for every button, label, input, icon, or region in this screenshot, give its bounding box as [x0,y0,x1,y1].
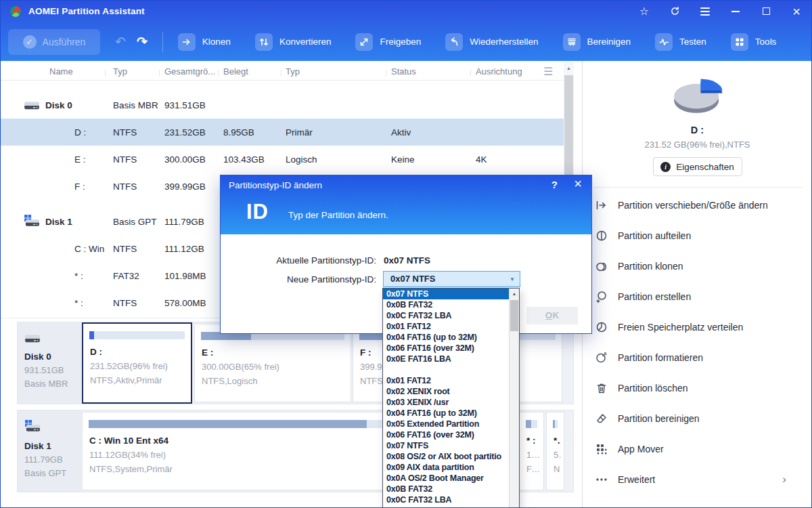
dropdown-item-0x0b-fat32[interactable]: 0x0B FAT32 [383,484,509,494]
partition-block-[interactable]: * :101....FAT... [519,412,544,490]
toolbar-button-freigeben[interactable]: Freigeben [355,33,421,51]
dropdown-item-0x08-os-2-or-aix-boot-partitio[interactable]: 0x08 OS/2 or AIX boot partitio [383,451,509,462]
wipe-icon [595,412,608,425]
row-name-cell: F : [0,182,105,192]
sidebar-item-freien-speicherplatz-verteilen[interactable]: Freien Speicherplatz verteilen [583,312,812,342]
row-typ-cell: NTFS [105,298,159,308]
dropdown-item-0x07-ntfs[interactable]: 0x07 NTFS [383,440,509,451]
app-logo-icon [9,5,22,18]
sidebar-item-app-mover[interactable]: App Mover [583,433,812,464]
favorite-star-icon[interactable] [638,5,650,18]
ok-button[interactable]: OK [526,307,578,324]
toolbar-button-klonen[interactable]: Klonen [178,33,231,51]
dropdown-item-0x03-xenix-usr[interactable]: 0x03 XENIX /usr [383,397,509,408]
dropdown-item-0x04-fat16-up-to-32m[interactable]: 0x04 FAT16 (up to 32M) [383,408,509,419]
row-name-cell: D : [0,127,105,137]
scroll-up-icon[interactable] [564,62,574,74]
sidebar-item-label: Partition löschen [618,383,688,394]
current-type-label: Aktuelle Partitionstyp-ID: [221,255,376,266]
dropdown-scroll-up-icon[interactable] [510,289,519,299]
dropdown-item-0x0a-os-2-boot-manager[interactable]: 0x0A OS/2 Boot Manager [383,473,509,484]
disk-info-disk-0[interactable]: Disk 0931.51GBBasis MBR [18,322,81,404]
apply-button[interactable]: Ausführen [8,29,100,55]
refresh-icon[interactable] [669,5,681,18]
close-button[interactable] [790,5,803,18]
sidebar-item-partition-aufteilen[interactable]: Partition aufteilen [583,220,812,251]
sidebar-item-partition-bereinigen[interactable]: Partition bereinigen [583,403,812,433]
dropdown-item-0x0e-fat16-lba[interactable]: 0x0E FAT16 LBA [383,354,509,364]
dropdown-item-0x0c-fat32-lba[interactable]: 0x0C FAT32 LBA [383,494,509,505]
row-size-cell: 101.98MB [159,271,218,281]
partition-filesystem: NTFS,Aktiv,Primär [90,375,188,385]
dropdown-item-0x04-fat16-up-to-32m[interactable]: 0x04 FAT16 (up to 32M) [383,332,509,343]
dropdown-item-0x0c-fat32-lba[interactable]: 0x0C FAT32 LBA [383,310,509,321]
column-header-typ: Typ [281,66,386,77]
sidebar-item-erweitert[interactable]: Erweitert› [583,464,812,494]
disk-info-disk-1[interactable]: Disk 1111.79GBBasis GPT [18,410,81,492]
sidebar-item-label: Partition formatieren [618,352,703,363]
table-row-e[interactable]: E :NTFS300.00GB103.43GBLogischKeine4K [0,146,564,173]
table-row-d[interactable]: D :NTFS231.52GB8.95GBPrimärAktiv [0,119,564,146]
dropdown-item-0x01-fat12[interactable]: 0x01 FAT12 [383,375,509,386]
sidebar-item-partition-formatieren[interactable]: Partition formatieren [583,342,812,373]
partition-usage-fill [89,420,367,428]
toolbar-button-tools[interactable]: Tools [731,33,777,51]
sidebar-item-partition-verschieben-gr-e-ndern[interactable]: Partition verschieben/Größe ändern [583,190,812,220]
toolbar-separator [162,32,163,52]
partition-block-d[interactable]: D :231.52GB(96% frei)NTFS,Aktiv,Primär [82,322,192,404]
toolbar-button-label: Wiederherstellen [470,37,538,47]
toolbar-button-testen[interactable]: Testen [655,33,706,51]
maximize-button[interactable] [760,5,772,18]
table-row-disk-0[interactable]: Disk 0Basis MBR931.51GB [0,91,564,119]
disk-type: Basis MBR [24,379,81,389]
info-icon [660,162,671,172]
partition-label: D : [90,347,188,357]
row-typ-cell: NTFS [105,182,159,192]
column-options-icon[interactable] [543,65,553,78]
row-size-cell: 399.99GB [159,182,218,192]
dialog-close-icon[interactable]: × [574,176,582,192]
dropdown-item-0x06-fat16-over-32m[interactable]: 0x06 FAT16 (over 32M) [383,343,509,354]
row-name-text: C : Win 10 E... [74,244,105,254]
toolbar-button-wiederherstellen[interactable]: Wiederherstellen [445,33,538,51]
dropdown-item-0x07-ntfs[interactable]: 0x07 NTFS [383,289,509,299]
dropdown-item-0x02-xenix-root[interactable]: 0x02 XENIX root [383,386,509,397]
disk-size: 931.51GB [24,365,81,375]
dropdown-scrollbar[interactable] [509,289,519,507]
disk1-icon [24,215,40,228]
partition-block-e[interactable]: E :300.00GB(65% frei)NTFS,Logisch [194,324,351,402]
toolbar-button-bereinigen[interactable]: Bereinigen [563,33,631,51]
partition-type-combobox[interactable]: 0x07 NTFS [383,271,520,287]
delete-icon [595,381,608,395]
row-name-cell: Disk 0 [0,99,105,111]
partition-block-[interactable]: *...5...N.. [546,412,564,490]
dialog-help-icon[interactable]: ? [551,179,558,190]
sidebar-item-partition-erstellen[interactable]: Partition erstellen [583,281,812,312]
dropdown-item-0x01-fat12[interactable]: 0x01 FAT12 [383,321,509,332]
sidebar-item-partition-l-schen[interactable]: Partition löschen [583,373,812,403]
hamburger-menu-icon[interactable] [699,5,711,18]
properties-button[interactable]: Eigenschaften [653,157,742,176]
sidebar-item-partition-klonen[interactable]: Partition klonen [583,251,812,281]
dropdown-scrollbar-thumb[interactable] [510,300,518,331]
toolbar-button-konvertieren[interactable]: Konvertieren [255,33,332,51]
dropdown-item-0x0d[interactable]: 0x0D [383,505,509,507]
sidebar-item-label: Partition bereinigen [618,413,700,424]
minimize-button[interactable] [729,5,742,18]
partition-label: *... [554,436,561,446]
row-name-cell: C : Win 10 E... [0,244,105,254]
shred-icon [563,33,581,51]
row-status-cell: Keine [386,154,470,165]
toolbar-button-label: Testen [679,37,706,47]
dropdown-item-0x09-aix-data-partition[interactable]: 0x09 AIX data partition [383,462,509,473]
undo-button[interactable] [115,35,126,48]
redo-button[interactable] [137,35,148,48]
row-typ-cell: NTFS [105,244,159,254]
dropdown-item-0x06-fat16-over-32m[interactable]: 0x06 FAT16 (over 32M) [383,429,509,440]
dropdown-item-0x0b-fat32[interactable]: 0x0B FAT32 [383,299,509,310]
partition-usage-fill [526,420,531,428]
dropdown-item-blank[interactable] [383,364,509,375]
dropdown-item-0x05-extended-partition[interactable]: 0x05 Extended Partition [383,419,509,429]
disk1-icon [24,420,41,433]
row-size-cell: 111.12GB [159,244,218,254]
